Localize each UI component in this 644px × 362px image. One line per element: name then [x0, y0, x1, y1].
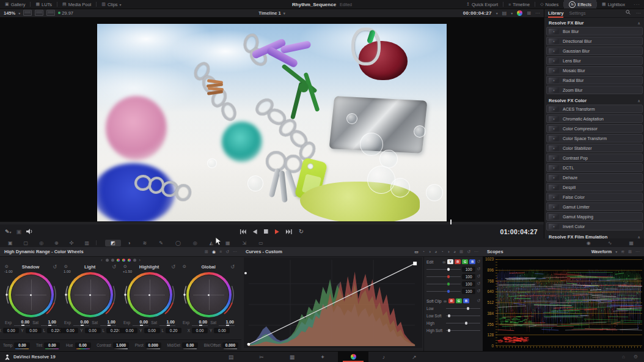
enhanced-viewer-toggle[interactable] — [46, 10, 55, 16]
camera-icon[interactable]: ▤ — [502, 10, 507, 16]
link-channels-icon[interactable]: ∞ — [442, 260, 445, 264]
effect-item[interactable]: ◗ Color Space Transform — [546, 134, 643, 142]
hue-vs-lum-icon[interactable]: ◕ — [434, 249, 437, 254]
more-options-icon[interactable]: ··· — [636, 10, 641, 16]
stop-button[interactable] — [264, 229, 268, 234]
soft-clip-slider[interactable] — [446, 306, 480, 311]
reset-icon[interactable]: ↺ — [477, 281, 480, 286]
waveform-scope[interactable]: 10238967686405123842561280 — [483, 256, 644, 352]
y-value[interactable]: 0.00 — [144, 328, 160, 333]
curves-graph[interactable] — [244, 257, 422, 348]
media-pool-button[interactable]: ▤Media Pool — [57, 0, 96, 9]
curves-graph-area[interactable] — [241, 256, 423, 352]
zoom-tool-icon[interactable]: ⊕ — [49, 240, 64, 246]
curves-palette-icon[interactable]: ◩ — [105, 240, 121, 246]
viewer-timecode[interactable]: 00:00:04:27 — [463, 10, 492, 16]
color-wheel[interactable] — [68, 272, 113, 317]
next-page-icon[interactable]: › — [139, 258, 141, 262]
effect-item[interactable]: ◗ False Color — [546, 193, 643, 201]
zoom-level-select[interactable]: 145% — [4, 10, 15, 16]
wheels-view-icon[interactable]: ◉ — [212, 249, 216, 254]
effect-item[interactable]: ◗ DCTL — [546, 163, 643, 172]
sat-slider[interactable]: 1.00 — [219, 320, 235, 326]
tab-settings[interactable]: Settings — [569, 9, 585, 17]
hue-vs-hue-icon[interactable]: ◔ — [422, 249, 425, 254]
fusion-page-button[interactable]: ✦ — [307, 352, 338, 362]
exp-slider[interactable]: 0.00 — [133, 320, 148, 326]
collapse-caret-icon[interactable]: ∧ — [638, 98, 640, 103]
effect-item[interactable]: ◗ Contrast Pop — [546, 153, 643, 162]
wheel-arc-sliders[interactable] — [64, 268, 117, 322]
reset-icon[interactable]: ↺ — [477, 274, 480, 279]
page-dot[interactable] — [106, 259, 109, 262]
sat-slider[interactable]: 1.00 — [100, 320, 116, 326]
expand-icon[interactable]: ⊞ — [459, 249, 463, 254]
effect-item[interactable]: ◗ Directional Blur — [546, 37, 643, 45]
split-screen-icon[interactable]: ▥ — [79, 240, 95, 246]
y-value[interactable]: 0.00 — [26, 328, 42, 333]
link-channels-icon[interactable]: ∞ — [444, 299, 447, 303]
stereo-3d-icon[interactable]: ▭ — [253, 240, 269, 246]
audio-mute-icon[interactable] — [26, 229, 33, 234]
param-value[interactable]: 0.00 — [14, 342, 30, 348]
effect-item[interactable]: ◗ Color Stabilizer — [546, 144, 643, 152]
effect-item[interactable]: ◗ Zoom Blur — [546, 86, 643, 94]
effect-item[interactable]: ◗ Gaussian Blur — [546, 46, 643, 55]
page-dot[interactable] — [117, 259, 120, 262]
sizing-icon[interactable]: ⇲ — [237, 240, 252, 246]
effect-item[interactable]: ◗ Color Compressor — [546, 124, 643, 133]
soft-clip-slider[interactable] — [446, 313, 480, 318]
x-value[interactable]: 0.00 — [192, 328, 208, 333]
param-value[interactable]: 0.00 — [75, 342, 91, 348]
more-options-icon[interactable]: ··· — [233, 249, 237, 254]
exp-slider[interactable]: 0.00 — [14, 320, 30, 326]
x-value[interactable]: 0.00 — [62, 328, 78, 333]
clips-button[interactable]: ▥Clips▾ — [97, 0, 126, 9]
viewer[interactable] — [0, 17, 544, 221]
section-header[interactable]: Resolve FX Film Emulation ∧ — [544, 232, 644, 238]
exp-slider[interactable]: 0.00 — [73, 320, 89, 326]
add-zone-icon[interactable]: ⊞ — [205, 249, 208, 254]
color-wheel-tool-icon[interactable]: ✣ — [64, 240, 79, 246]
channel-button[interactable]: R — [455, 259, 461, 264]
effect-item[interactable]: ◗ Invert Color — [546, 222, 643, 231]
soft-clip-channel-button[interactable]: G — [456, 298, 462, 303]
project-manager-icon[interactable]: ⌂ — [622, 354, 625, 360]
reset-icon[interactable]: ↺ — [477, 259, 480, 264]
effect-item[interactable]: ◗ Box Blur — [546, 27, 643, 35]
channel-value[interactable]: 100 — [462, 274, 475, 279]
soft-clip-channel-button[interactable]: B — [463, 298, 469, 303]
wheel-arc-sliders[interactable] — [123, 268, 177, 322]
scope-mode-select[interactable]: Waveform — [591, 249, 612, 254]
reset-icon[interactable]: ↺ — [467, 249, 470, 254]
effect-item[interactable]: ◗ Mosaic Blur — [546, 66, 643, 75]
collapse-caret-icon[interactable]: ∧ — [638, 21, 640, 25]
page-dot[interactable] — [128, 259, 131, 262]
wipe-modes-icon[interactable]: ▢ — [18, 240, 34, 246]
tab-library[interactable]: Library — [548, 9, 563, 17]
param-value[interactable]: 0.00 — [44, 342, 60, 348]
channel-slider[interactable] — [426, 289, 461, 294]
effect-item[interactable]: ◗ Despill — [546, 183, 643, 191]
more-options-icon[interactable]: ··· — [635, 249, 640, 254]
loop-button[interactable]: ↻ — [299, 229, 304, 235]
lum-vs-sat-icon[interactable]: ◔ — [441, 249, 444, 254]
tracker-icon[interactable]: ◎ — [188, 240, 203, 246]
channel-slider[interactable] — [426, 267, 461, 272]
reset-icon[interactable]: ↺ — [225, 249, 229, 254]
channel-value[interactable]: 100 — [462, 289, 475, 294]
nodes-button[interactable]: ◇Nodes — [535, 0, 563, 9]
go-to-start-button[interactable] — [240, 229, 246, 234]
color-wheel[interactable] — [9, 272, 54, 317]
channel-button[interactable]: G — [462, 259, 468, 264]
power-window-icon[interactable]: ◯ — [170, 240, 186, 246]
y-value[interactable]: 0.00 — [85, 328, 101, 333]
cut-page-button[interactable]: ✂ — [246, 352, 277, 362]
split-viewer-toggle[interactable] — [35, 10, 43, 16]
deliver-page-button[interactable]: ↗ — [399, 352, 430, 362]
color-wheel[interactable] — [186, 272, 232, 317]
play-button[interactable] — [275, 229, 279, 234]
scope-toggle-icon[interactable]: ∿ — [602, 240, 618, 246]
picker-icon[interactable]: ✎ — [153, 240, 169, 246]
channel-button[interactable]: B — [469, 259, 475, 264]
